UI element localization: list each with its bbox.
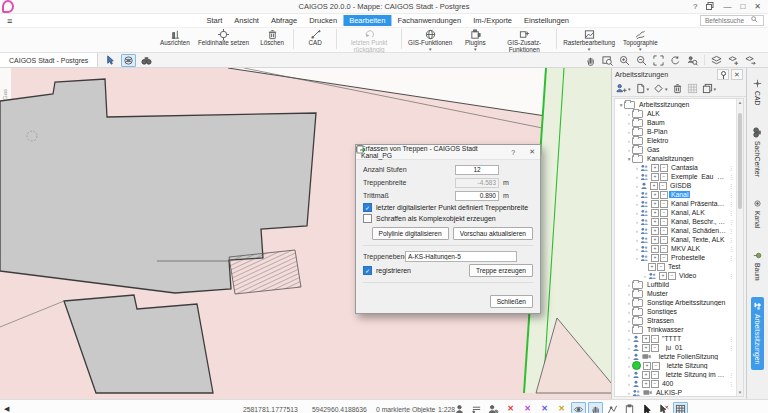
snap-point-icon[interactable]: ✕ [503, 402, 518, 413]
plus-box-icon[interactable]: + [650, 182, 658, 190]
tree-item-probestelle[interactable]: ›+−Probestelle⋮ [616, 253, 735, 262]
treppenebene-input[interactable] [405, 251, 517, 262]
plus-box-icon[interactable]: + [642, 380, 650, 388]
plus-box-icon[interactable]: + [642, 335, 650, 343]
tree-item-letzte-foliensitzung[interactable]: ›_letzte FolienSitzung [616, 352, 735, 361]
zoom-in-icon[interactable] [617, 54, 632, 67]
plus-box-icon[interactable]: + [648, 263, 656, 271]
help-button[interactable]: ? [693, 2, 697, 11]
refresh-icon[interactable] [668, 54, 683, 67]
polyline-icon[interactable] [605, 402, 620, 413]
minus-box-icon[interactable]: − [660, 191, 668, 199]
minus-box-icon[interactable]: − [659, 182, 667, 190]
tree-item-label[interactable]: _letzte FolienSitzung [653, 353, 720, 360]
plus-box-icon[interactable]: + [651, 191, 659, 199]
plus-box-icon[interactable]: + [642, 344, 650, 352]
side-tab-cad[interactable]: CAD [751, 74, 764, 110]
ribbon-button-rasterbearbeitung[interactable]: Rasterbearbeitung▾ [559, 28, 619, 52]
tree-item-cantasia[interactable]: ›+−Cantasia⋮ [616, 163, 735, 172]
minus-box-icon[interactable]: − [668, 272, 676, 280]
tree-item-kanal-alk[interactable]: ›+−Kanal, ALK⋮ [616, 208, 735, 217]
schliessen-button[interactable]: Schließen [490, 295, 533, 308]
trittmass-input[interactable] [455, 191, 499, 201]
snap-grid-icon[interactable]: ✕ [554, 402, 569, 413]
item-menu-icon[interactable]: ⋮ [728, 173, 735, 180]
layer-list-icon[interactable] [469, 402, 484, 413]
item-menu-icon[interactable]: ⋮ [728, 200, 735, 207]
plus-box-icon[interactable]: + [651, 209, 659, 217]
tree-item-label[interactable]: Video [677, 272, 698, 279]
tab-ansicht[interactable]: Ansicht [228, 15, 265, 26]
zoom-selection-icon[interactable] [685, 54, 700, 67]
tree-item-kanal-texte-alk[interactable]: ›+−Kanal, Texte, ALK⋮ [616, 235, 735, 244]
item-menu-icon[interactable]: ⋮ [728, 227, 735, 234]
tree-item-400[interactable]: ›+−400⋮ [616, 379, 735, 388]
maximize-button[interactable]: □ [740, 2, 745, 11]
plus-box-icon[interactable]: + [642, 371, 650, 379]
zoom-out-icon[interactable] [634, 54, 649, 67]
tree-item-ju-01[interactable]: ›+−_ju_01⋮ [616, 343, 735, 352]
ribbon-button-löschen[interactable]: Löschen [253, 28, 291, 47]
tree-item-label[interactable]: _letzte Sitzung [661, 362, 710, 369]
tree-item-exemple-eau-ass[interactable]: ›+−Exemple_Eau_Ass⋮ [616, 172, 735, 181]
plus-box-icon[interactable]: + [651, 236, 659, 244]
minus-box-icon[interactable]: − [660, 173, 668, 181]
tree-item-label[interactable]: Muster [645, 290, 670, 297]
item-menu-icon[interactable]: ⋮ [728, 272, 735, 279]
plus-box-icon[interactable]: + [651, 254, 659, 262]
clipboard-icon[interactable] [622, 402, 637, 413]
tab-start[interactable]: Start [200, 15, 228, 26]
tree-scrollbar[interactable]: ▲ ▼ [736, 99, 743, 396]
punkt-checkbox[interactable]: ✓ [363, 203, 372, 212]
tree-item-kanal-präsentation[interactable]: ›+−Kanal Präsentation⋮ [616, 199, 735, 208]
item-menu-icon[interactable]: ⋮ [728, 371, 735, 378]
tree-item-kanal-schäden-alk[interactable]: ›+−Kanal, Schäden, ALK⋮ [616, 226, 735, 235]
tree-item-kanal[interactable]: ›+−Kanal⋮ [616, 190, 735, 199]
item-menu-icon[interactable]: ⋮ [728, 380, 735, 387]
schraffen-checkbox[interactable] [363, 214, 372, 223]
minus-box-icon[interactable]: − [651, 344, 659, 352]
plus-box-icon[interactable]: + [651, 164, 659, 172]
point-info-icon[interactable] [452, 402, 467, 413]
command-search[interactable] [700, 15, 764, 26]
tree-item-label[interactable]: Kanal [669, 191, 690, 198]
minus-box-icon[interactable]: − [660, 236, 668, 244]
layer-move-icon[interactable] [743, 54, 758, 67]
tree-item-label[interactable]: 400 [660, 380, 675, 387]
dialog-title-bar[interactable]: Erfassen von Treppen - CAIGOS Stadt Kana… [356, 145, 540, 160]
tree-item-label[interactable]: Kanal, ALK [669, 209, 707, 216]
minus-box-icon[interactable]: − [657, 263, 665, 271]
ribbon-button-cad[interactable]: CAD [296, 28, 334, 47]
zoom-extent-icon[interactable] [651, 54, 666, 67]
ribbon-button-topographie[interactable]: Topographie▾ [619, 28, 662, 52]
pin-icon[interactable] [717, 69, 729, 80]
minus-box-icon[interactable]: − [651, 371, 659, 379]
minus-box-icon[interactable]: − [660, 164, 668, 172]
pan-lock-icon[interactable] [588, 402, 603, 413]
polylinie-digitalisieren-button[interactable]: Polylinie digitalisieren [372, 227, 449, 240]
side-tab-baum[interactable]: Baum [751, 246, 764, 286]
tree-item-label[interactable]: B-Plan [645, 128, 669, 135]
minus-box-icon[interactable]: − [660, 200, 668, 208]
item-menu-icon[interactable]: ⋮ [728, 236, 735, 243]
ribbon-button-ausrichten[interactable]: Ausrichten [156, 28, 194, 47]
add-user-session-icon[interactable]: ▾ [616, 83, 631, 94]
close-button[interactable]: ✕ [754, 2, 761, 11]
tab-abfrage[interactable]: Abfrage [265, 15, 303, 26]
tree-item-label[interactable]: Kanal Präsentation [669, 200, 728, 207]
tab-im-exporte[interactable]: Im-/Exporte [467, 15, 518, 26]
search-input[interactable] [703, 16, 751, 25]
item-menu-icon[interactable]: ⋮ [728, 254, 735, 261]
tab-bearbeiten[interactable]: Bearbeiten [343, 15, 391, 26]
plus-box-icon[interactable]: + [659, 272, 667, 280]
item-menu-icon[interactable]: ⋮ [728, 218, 735, 225]
dialog-close-icon[interactable]: ✕ [529, 148, 535, 156]
tree-item-label[interactable]: "TTTT [660, 335, 683, 342]
tree-item-label[interactable]: Elektro [645, 137, 670, 144]
anzahl-stufen-input[interactable] [455, 165, 499, 175]
tree-item-label[interactable]: Baum [645, 119, 667, 126]
tree-item-label[interactable]: ALKIS-P [654, 389, 684, 396]
registrieren-checkbox[interactable]: ✓ [363, 266, 372, 275]
item-menu-icon[interactable]: ⋮ [728, 191, 735, 198]
layers-icon[interactable] [709, 54, 724, 67]
